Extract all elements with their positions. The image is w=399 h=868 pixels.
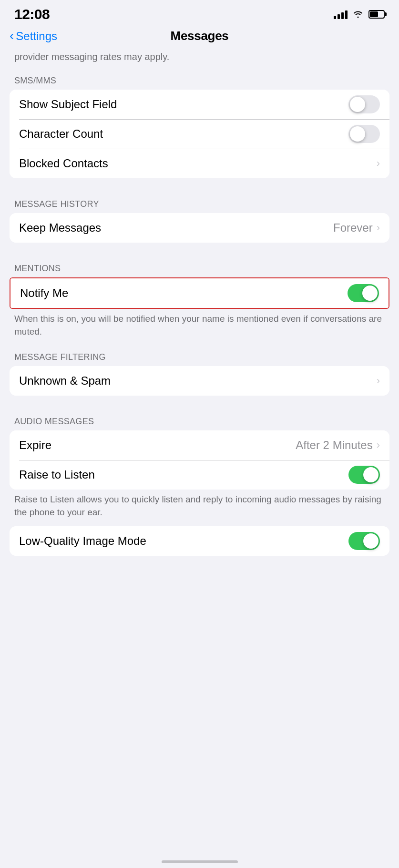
keep-messages-value: Forever [333,221,373,235]
audio-messages-section-label: AUDIO MESSAGES [0,410,399,430]
expire-row[interactable]: Expire After 2 Minutes › [10,430,389,460]
scroll-top-text: provider messaging rates may apply. [0,50,399,69]
toggle-knob [363,467,379,482]
message-filtering-group: Unknown & Spam › [10,366,389,396]
content-area: provider messaging rates may apply. SMS/… [0,50,399,575]
status-bar: 12:08 [0,0,399,26]
blocked-contacts-label: Blocked Contacts [19,157,108,170]
show-subject-field-row[interactable]: Show Subject Field [10,90,389,119]
wifi-icon [352,10,364,20]
battery-icon [368,10,385,19]
notify-me-toggle[interactable] [348,284,379,302]
unknown-spam-right: › [377,375,380,387]
image-quality-group: Low-Quality Image Mode [10,526,389,556]
unknown-spam-label: Unknown & Spam [19,374,111,388]
sms-mms-section-label: SMS/MMS [0,69,399,90]
low-quality-image-mode-toggle[interactable] [348,532,380,550]
back-chevron-icon: ‹ [10,29,14,42]
chevron-right-icon: › [377,439,380,451]
signal-bars-icon [334,10,348,19]
page-title: Messages [171,29,229,43]
message-history-group: Keep Messages Forever › [10,213,389,243]
message-history-section-label: MESSAGE HISTORY [0,193,399,213]
raise-to-listen-row[interactable]: Raise to Listen [10,460,389,490]
notify-me-row[interactable]: Notify Me [10,278,389,308]
home-indicator [162,860,238,863]
notify-me-highlighted-container: Notify Me [10,277,389,309]
keep-messages-right: Forever › [333,221,380,235]
blocked-contacts-row[interactable]: Blocked Contacts › [10,149,389,178]
keep-messages-label: Keep Messages [19,221,101,235]
low-quality-image-mode-row[interactable]: Low-Quality Image Mode [10,526,389,556]
nav-bar: ‹ Settings Messages [0,26,399,50]
audio-messages-description: Raise to Listen allows you to quickly li… [0,490,399,526]
raise-to-listen-label: Raise to Listen [19,468,95,481]
unknown-spam-row[interactable]: Unknown & Spam › [10,366,389,396]
low-quality-image-mode-label: Low-Quality Image Mode [19,534,146,548]
back-label: Settings [16,30,57,43]
mentions-section-label: MENTIONS [0,257,399,277]
blocked-contacts-right: › [377,157,380,170]
status-icons [334,10,385,20]
expire-label: Expire [19,439,51,452]
mentions-description: When this is on, you will be notified wh… [0,309,399,346]
expire-right: After 2 Minutes › [296,439,380,452]
message-filtering-section-label: MESSAGE FILTERING [0,346,399,366]
character-count-row[interactable]: Character Count [10,119,389,149]
chevron-right-icon: › [377,222,380,234]
keep-messages-row[interactable]: Keep Messages Forever › [10,213,389,243]
character-count-label: Character Count [19,127,103,141]
mentions-group: Notify Me [10,278,389,308]
sms-mms-group: Show Subject Field Character Count Block… [10,90,389,178]
show-subject-field-toggle[interactable] [348,95,380,113]
raise-to-listen-toggle[interactable] [348,466,380,484]
toggle-knob [350,97,365,112]
toggle-knob [363,533,379,549]
show-subject-field-label: Show Subject Field [19,98,117,111]
audio-messages-group: Expire After 2 Minutes › Raise to Listen [10,430,389,490]
chevron-right-icon: › [377,375,380,387]
status-time: 12:08 [14,6,50,22]
toggle-knob [362,286,378,301]
character-count-toggle[interactable] [348,125,380,143]
chevron-right-icon: › [377,157,380,170]
back-button[interactable]: ‹ Settings [10,30,57,43]
notify-me-label: Notify Me [20,286,68,300]
expire-value: After 2 Minutes [296,439,372,452]
toggle-knob [350,126,365,142]
